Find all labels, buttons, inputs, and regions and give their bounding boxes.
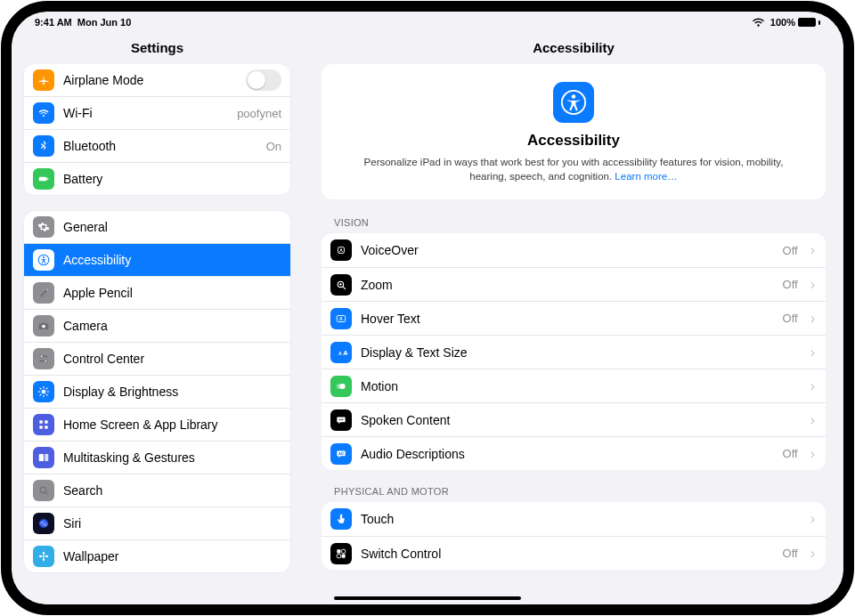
detail-item-touch[interactable]: Touch › <box>322 502 826 536</box>
svg-rect-21 <box>45 426 48 429</box>
sidebar-item-accessibility[interactable]: Accessibility <box>24 243 290 276</box>
airplane-icon <box>33 69 54 91</box>
svg-rect-53 <box>337 554 340 557</box>
detail-item-voiceover[interactable]: VoiceOver Off › <box>322 233 826 267</box>
sidebar-item-wifi[interactable]: Wi-Fi poofynet <box>24 96 290 129</box>
hovertext-icon: A <box>330 308 352 329</box>
switch-icon <box>330 543 352 564</box>
camera-icon <box>33 315 54 336</box>
voiceover-icon <box>330 239 352 261</box>
sidebar-item-general[interactable]: General <box>24 211 290 243</box>
svg-rect-20 <box>39 426 43 429</box>
svg-line-16 <box>46 388 47 389</box>
detail-item-label: VoiceOver <box>361 243 774 257</box>
siri-icon <box>33 513 54 534</box>
sidebar-item-label: Airplane Mode <box>63 73 237 87</box>
gear-icon <box>33 216 54 238</box>
svg-point-3 <box>43 256 45 258</box>
chevron-right-icon: › <box>810 546 815 562</box>
section-header: VISION <box>322 217 826 233</box>
sidebar-item-label: Wallpaper <box>63 549 281 563</box>
sidebar-item-label: Wi-Fi <box>63 106 228 120</box>
sidebar-item-label: Control Center <box>63 352 281 366</box>
search-icon <box>33 480 54 501</box>
sidebar-item-camera[interactable]: Camera <box>24 309 290 342</box>
svg-point-29 <box>43 558 45 562</box>
airplane-mode-toggle[interactable] <box>246 69 281 91</box>
sidebar-item-airplane[interactable]: Airplane Mode <box>24 64 290 96</box>
panels-icon <box>33 447 54 468</box>
speechbubble-icon <box>330 409 352 431</box>
hero-card: Accessibility Personalize iPad in ways t… <box>322 64 826 199</box>
svg-point-27 <box>43 555 45 557</box>
svg-point-31 <box>45 555 49 557</box>
sidebar: Settings Airplane Mode Wi-Fi poofynet Bl… <box>12 31 304 604</box>
sidebar-item-battery[interactable]: Battery <box>24 162 290 195</box>
svg-point-33 <box>572 94 576 99</box>
svg-point-49 <box>342 419 343 420</box>
detail-group: VoiceOver Off › Zoom Off › A Hover Text … <box>322 233 826 470</box>
zoom-icon <box>330 274 352 296</box>
sidebar-item-label: Search <box>63 483 281 498</box>
sidebar-item-bluetooth[interactable]: Bluetooth On <box>24 129 290 162</box>
svg-point-6 <box>40 355 43 358</box>
svg-text:A: A <box>343 349 347 357</box>
sidebar-item-display[interactable]: Display & Brightness <box>24 375 290 408</box>
touch-icon <box>330 508 352 530</box>
svg-point-35 <box>340 248 342 250</box>
svg-rect-1 <box>47 178 48 180</box>
hero-title: Accessibility <box>345 132 802 150</box>
detail-group: Touch › Switch Control Off › <box>322 502 826 570</box>
svg-point-46 <box>336 384 341 389</box>
sidebar-item-label: Siri <box>63 516 281 531</box>
row-value: poofynet <box>237 107 281 120</box>
svg-rect-52 <box>342 549 346 553</box>
sidebar-item-wallpaper[interactable]: Wallpaper <box>24 539 290 572</box>
sidebar-item-label: Home Screen & App Library <box>63 417 281 432</box>
sidebar-item-applepencil[interactable]: Apple Pencil <box>24 276 290 309</box>
sidebar-item-controlcenter[interactable]: Control Center <box>24 342 290 375</box>
wifi-icon <box>33 102 54 124</box>
chevron-right-icon: › <box>810 311 815 327</box>
detail-item-motion[interactable]: Motion › <box>322 369 826 402</box>
audiodesc-icon: AD <box>330 443 352 465</box>
battery-icon <box>33 168 54 190</box>
detail-pane: Accessibility Accessibility Personalize … <box>304 31 843 604</box>
pencil-icon <box>33 282 54 304</box>
detail-item-audiodesc[interactable]: AD Audio Descriptions Off › <box>322 436 826 470</box>
chevron-right-icon: › <box>810 378 815 394</box>
sidebar-item-siri[interactable]: Siri <box>24 507 290 539</box>
textsize-icon: AA <box>330 342 352 363</box>
sidebar-item-search[interactable]: Search <box>24 474 290 507</box>
accessibility-hero-icon <box>553 82 594 123</box>
sidebar-item-label: Bluetooth <box>63 139 257 153</box>
sidebar-item-homescreen[interactable]: Home Screen & App Library <box>24 408 290 441</box>
hero-learn-more-link[interactable]: Learn more… <box>615 171 677 182</box>
detail-item-label: Switch Control <box>361 547 774 561</box>
status-date: Mon Jun 10 <box>77 17 132 28</box>
sidebar-item-multitask[interactable]: Multitasking & Gestures <box>24 441 290 474</box>
svg-line-25 <box>45 492 48 495</box>
detail-item-hovertext[interactable]: A Hover Text Off › <box>322 301 826 335</box>
svg-text:A: A <box>338 351 342 356</box>
home-indicator[interactable] <box>334 596 521 600</box>
svg-line-17 <box>40 394 41 395</box>
detail-item-label: Display & Text Size <box>361 345 798 360</box>
svg-point-48 <box>340 419 341 420</box>
sidebar-item-label: Multitasking & Gestures <box>63 450 281 465</box>
row-value: Off <box>783 312 798 325</box>
accessibility-icon <box>33 249 54 271</box>
svg-rect-54 <box>342 554 346 557</box>
detail-item-zoom[interactable]: Zoom Off › <box>322 267 826 301</box>
detail-item-label: Spoken Content <box>361 413 798 427</box>
detail-item-textsize[interactable]: AA Display & Text Size › <box>322 335 826 369</box>
row-value: Off <box>783 278 798 291</box>
detail-item-spoken[interactable]: Spoken Content › <box>322 402 826 436</box>
svg-rect-51 <box>337 549 340 553</box>
detail-item-label: Motion <box>361 379 798 393</box>
detail-item-switchcontrol[interactable]: Switch Control Off › <box>322 536 826 570</box>
screen: 9:41 AM Mon Jun 10 100% Settings Airpl <box>12 12 843 604</box>
svg-rect-19 <box>45 420 48 424</box>
svg-point-47 <box>339 419 340 420</box>
status-time: 9:41 AM <box>35 17 72 28</box>
